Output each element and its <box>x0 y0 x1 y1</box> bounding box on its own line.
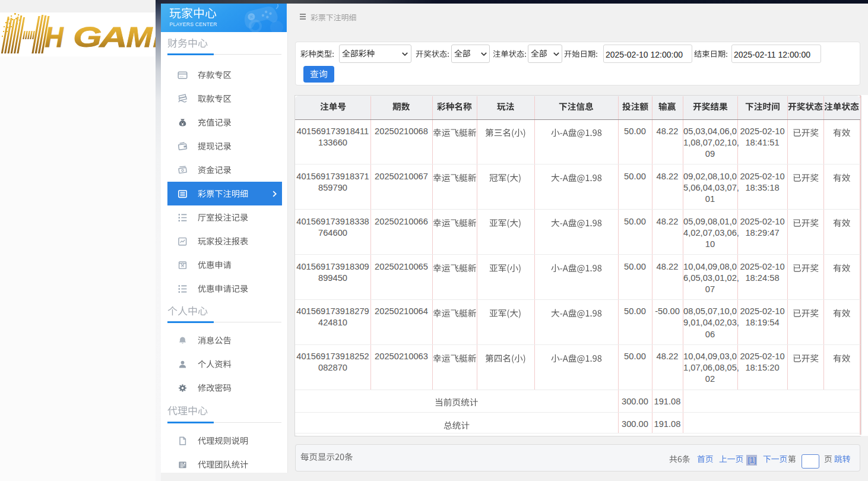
svg-text:G: G <box>73 21 102 52</box>
svg-text:M: M <box>126 21 153 53</box>
svg-text:H: H <box>45 21 64 53</box>
svg-text:E: E <box>153 21 156 53</box>
svg-text:A: A <box>98 21 127 53</box>
